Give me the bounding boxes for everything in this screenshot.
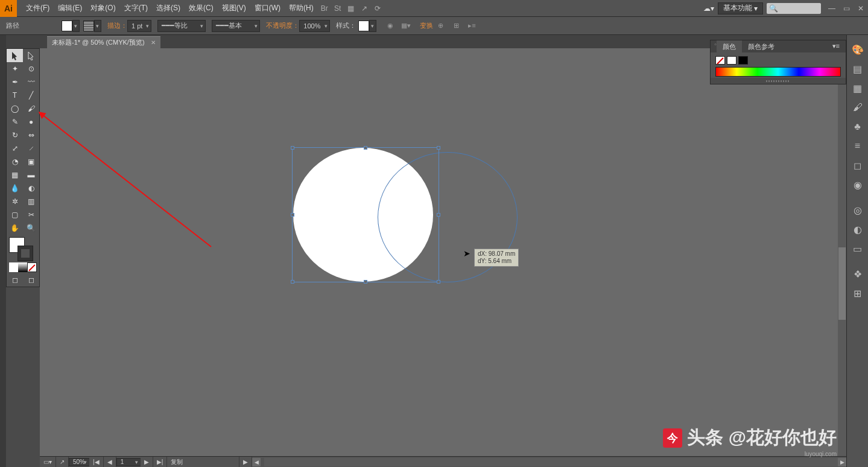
ellipse-tool[interactable]: ◯ (7, 102, 23, 115)
resize-handle[interactable] (437, 146, 440, 150)
resize-handle[interactable] (437, 213, 440, 217)
variable-width-profile[interactable]: ━━━ 等比 (157, 20, 206, 32)
hscroll-right-icon[interactable]: ▶ (838, 458, 846, 466)
color-panel-icon[interactable]: 🎨 (850, 42, 866, 57)
menu-type[interactable]: 文字(T) (120, 3, 152, 13)
menu-view[interactable]: 视图(V) (218, 3, 250, 13)
fill-swatch[interactable] (62, 21, 72, 31)
artboard-nav-input[interactable]: 1 (116, 458, 141, 466)
menu-object[interactable]: 对象(O) (86, 3, 119, 13)
status-dropdown-icon[interactable]: ▶ (239, 457, 252, 467)
resize-handle[interactable] (291, 213, 294, 217)
none-mode-icon[interactable] (27, 262, 37, 272)
graphic-styles-panel-icon[interactable]: ◐ (850, 221, 866, 237)
scrollbar-thumb[interactable] (838, 247, 846, 320)
symbols-panel-icon[interactable]: ♣ (850, 119, 866, 135)
color-white-swatch[interactable] (727, 56, 737, 65)
selection-tool[interactable] (7, 49, 23, 62)
artboard-prev-icon[interactable]: ◀ (104, 457, 116, 467)
type-tool[interactable]: T (7, 89, 23, 102)
eyedropper-tool[interactable]: 💧 (7, 182, 23, 195)
select-similar-icon[interactable]: ⊞ (450, 19, 463, 33)
line-tool[interactable]: ╱ (23, 89, 39, 102)
symbol-sprayer-tool[interactable]: ✲ (7, 195, 23, 208)
artboard-tool[interactable]: ▢ (7, 208, 23, 221)
recolor-artwork-icon[interactable]: ◉ (384, 19, 397, 33)
transform-label[interactable]: 变换 (420, 21, 433, 30)
magic-wand-tool[interactable]: ✦ (7, 62, 23, 75)
properties-panel-icon[interactable]: ▤ (850, 61, 866, 77)
zoom-level-input[interactable]: 50% (69, 458, 89, 466)
menu-select[interactable]: 选择(S) (152, 3, 185, 13)
arrange-docs-icon[interactable]: ▦ (344, 2, 358, 15)
brushes-panel-icon[interactable]: 🖌 (850, 100, 866, 115)
stock-icon[interactable]: St (331, 2, 344, 15)
pencil-tool[interactable]: ✎ (7, 115, 23, 129)
draw-mode-normal[interactable]: ◻ (7, 273, 23, 287)
transparency-panel-icon[interactable]: ◉ (850, 177, 866, 192)
hscroll-left-icon[interactable]: ◀ (252, 458, 261, 466)
color-tab[interactable]: 颜色 (717, 40, 742, 52)
color-mode-icon[interactable] (9, 262, 18, 272)
layers-panel-icon[interactable]: ❖ (850, 266, 866, 282)
isolate-icon[interactable]: ⊕ (434, 19, 448, 33)
window-close-icon[interactable]: ✕ (854, 4, 868, 13)
panel-menu-icon[interactable]: ▾≡ (826, 40, 846, 52)
panel-resize-grip[interactable] (711, 78, 846, 84)
horizontal-scrollbar[interactable] (264, 458, 838, 466)
brush-definition[interactable]: ━━━ 基本 (212, 20, 260, 32)
style-dropdown[interactable] (369, 20, 376, 32)
menu-file[interactable]: 文件(F) (22, 3, 54, 13)
lasso-tool[interactable]: ⊙ (23, 62, 39, 75)
resize-handle[interactable] (364, 280, 367, 284)
vertical-scrollbar[interactable] (838, 48, 846, 456)
stroke-dropdown[interactable] (94, 20, 101, 32)
fill-stroke-control[interactable] (7, 235, 39, 261)
stroke-panel-icon[interactable]: ≡ (850, 138, 866, 154)
color-black-swatch[interactable] (738, 56, 748, 65)
curvature-tool[interactable]: 〰 (23, 75, 39, 89)
document-tab[interactable]: 未标题-1* @ 50% (CMYK/预览) ✕ (47, 36, 160, 48)
workspace-switcher[interactable]: 基本功能 ▾ (718, 2, 763, 14)
close-tab-icon[interactable]: ✕ (151, 39, 156, 46)
gradient-panel-icon[interactable]: ◻ (850, 157, 866, 173)
stroke-swatch[interactable] (83, 21, 94, 31)
screen-mode-icon[interactable]: ↗ (358, 2, 371, 15)
swatches-panel-icon[interactable]: ▦ (850, 80, 866, 96)
color-spectrum[interactable] (715, 67, 841, 77)
scale-tool[interactable]: ⤢ (7, 142, 23, 155)
hand-tool[interactable]: ✋ (7, 221, 23, 235)
shape-builder-tool[interactable]: ◔ (7, 155, 23, 168)
selection-bounding-box[interactable] (292, 147, 439, 282)
stroke-color-box[interactable] (17, 246, 33, 261)
color-none-swatch[interactable] (715, 56, 725, 65)
graphic-style-swatch[interactable] (358, 21, 369, 31)
appearance-panel-icon[interactable]: ◎ (850, 202, 866, 218)
resize-handle[interactable] (291, 146, 294, 150)
direct-selection-tool[interactable] (23, 49, 39, 62)
fill-dropdown[interactable] (72, 20, 80, 32)
resize-handle[interactable] (364, 146, 367, 150)
window-maximize-icon[interactable]: ▭ (839, 4, 854, 13)
menu-edit[interactable]: 编辑(E) (54, 3, 86, 13)
status-menu-icon[interactable]: ▭▾ (40, 457, 56, 467)
cloud-sync-icon[interactable]: ☁▾ (700, 0, 718, 16)
align-panel-icon[interactable]: ▭ (850, 241, 866, 256)
draw-mode-behind[interactable]: ◻ (23, 273, 39, 287)
options-flyout-icon[interactable]: ▸≡ (466, 19, 479, 33)
artboard-next-last-icon[interactable]: ▶| (153, 457, 168, 467)
status-share-icon[interactable]: ↗ (56, 457, 69, 467)
menu-window[interactable]: 窗口(W) (250, 3, 285, 13)
canvas[interactable]: ➤ dX: 98.07 mm dY: 5.64 mm (40, 48, 846, 456)
help-search-input[interactable]: 🔍 (767, 3, 821, 14)
artboard-next-icon[interactable]: ▶ (141, 457, 153, 467)
resize-handle[interactable] (437, 280, 440, 284)
gradient-mode-icon[interactable] (18, 262, 27, 272)
resize-handle[interactable] (291, 280, 294, 284)
artboard-prev-first-icon[interactable]: |◀ (89, 457, 104, 467)
align-icon[interactable]: ▦▾ (399, 19, 413, 33)
sync-icon[interactable]: ⟳ (371, 2, 384, 15)
opacity-input[interactable]: 100% (299, 20, 329, 32)
menu-help[interactable]: 帮助(H) (285, 3, 318, 13)
mesh-tool[interactable]: ▦ (7, 168, 23, 182)
